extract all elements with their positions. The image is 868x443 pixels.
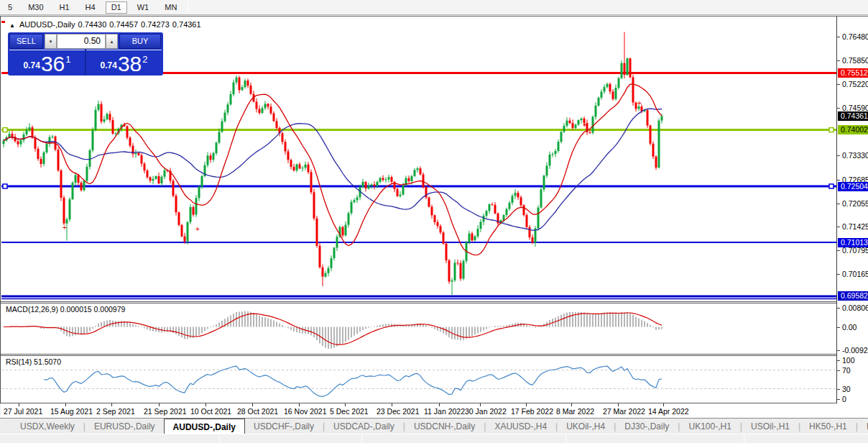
macd-histogram-bar (313, 327, 315, 338)
macd-histogram-bar (661, 327, 662, 329)
sell-button[interactable]: SELL (9, 34, 43, 49)
tab-xauusd-h4[interactable]: XAUUSD-,H4 (486, 419, 555, 434)
tab-eu[interactable]: EU (858, 419, 868, 434)
timeframe-button-w1[interactable]: W1 (131, 1, 155, 14)
tab-usdx-weekly[interactable]: USDX,Weekly (11, 419, 83, 434)
macd-histogram-bar (98, 324, 99, 327)
candle-body (37, 149, 40, 159)
candle-body (517, 193, 520, 197)
candle-body (20, 140, 22, 145)
lot-increase-button[interactable]: ▲ (106, 34, 118, 49)
candle-body (101, 104, 103, 122)
candle-body (661, 116, 663, 120)
candle-body (624, 63, 626, 75)
collapse-panel-icon[interactable]: ▲ (9, 22, 15, 29)
candle-body (606, 84, 609, 87)
candle-body (443, 232, 445, 244)
tab-hk50-h1[interactable]: HK50-,H1 (800, 419, 856, 434)
rsi-indicator-pane[interactable] (1, 356, 836, 403)
macd-histogram-bar (293, 327, 295, 332)
macd-histogram-bar (572, 312, 573, 327)
buy-button[interactable]: BUY (119, 34, 161, 49)
candle-body (106, 114, 108, 119)
candle-body (336, 237, 338, 247)
tab-uk100-h1[interactable]: UK100-,H1 (680, 419, 739, 434)
rsi-scale-label: 70 (842, 366, 851, 375)
tab-usdchf-daily[interactable]: USDCHF-,Daily (245, 419, 323, 434)
tab-audusd-daily[interactable]: AUDUSD-,Daily (164, 419, 245, 434)
macd-scale-label: 0.008061 (842, 303, 868, 312)
line-endpoint-marker[interactable] (829, 128, 834, 132)
macd-histogram-bar (290, 327, 292, 330)
candle-body (83, 181, 86, 190)
candle-body (480, 221, 482, 229)
candle-body (420, 168, 422, 174)
timeframe-button-mn[interactable]: MN (159, 1, 183, 14)
macd-histogram-bar (118, 321, 119, 326)
tab-usdcnh-daily[interactable]: USDCNH-,Daily (405, 419, 484, 434)
timeframe-button-h1[interactable]: H1 (54, 1, 75, 14)
price-badge: 0.72504 (838, 182, 868, 191)
timeframe-button-5[interactable]: 5 (2, 1, 18, 14)
tab-ukoil-h4[interactable]: UKOil-,H4 (558, 419, 614, 434)
line-endpoint-marker[interactable] (829, 184, 834, 188)
tab-usdcad-daily[interactable]: USDCAD-,Daily (325, 419, 403, 434)
tab-usoil-h1[interactable]: USOil-,H1 (742, 419, 798, 434)
candle-body (549, 155, 551, 166)
candle-body (236, 78, 238, 83)
rsi-label: RSI(14) 51.5070 (6, 357, 61, 366)
lot-decrease-button[interactable]: ▼ (45, 34, 57, 49)
macd-histogram-bar (443, 327, 444, 334)
candle-body (43, 152, 45, 164)
price-scale[interactable]: 0.764800.758500.752200.745900.733300.726… (836, 17, 868, 403)
tab-dj30-daily[interactable]: DJ30-,Daily (616, 419, 678, 434)
chart-title: ▲AUDUSD-,Daily0.744300.744570.742730.743… (9, 20, 204, 29)
macd-histogram-bar (187, 327, 188, 339)
timeframe-button-m30[interactable]: M30 (22, 1, 49, 14)
candle-body (377, 182, 379, 186)
macd-histogram-bar (615, 314, 617, 327)
macd-histogram-bar (92, 327, 93, 329)
date-tick (618, 403, 619, 406)
candle-body (282, 133, 284, 142)
macd-histogram-bar (101, 322, 102, 327)
date-tick (526, 403, 527, 406)
price-tick-label: 0.73330 (842, 151, 868, 160)
candle-body (460, 263, 462, 279)
line-endpoint-marker[interactable] (3, 128, 7, 132)
scale-tick (837, 180, 840, 181)
status-divider (219, 435, 220, 443)
candle-body (331, 258, 333, 268)
candle-body (285, 142, 287, 151)
candle-body (262, 108, 264, 113)
candle-body (239, 78, 241, 91)
timeframe-button-h4[interactable]: H4 (80, 1, 101, 14)
macd-histogram-bar (316, 327, 318, 341)
candle-body (241, 87, 244, 90)
macd-histogram-bar (417, 324, 418, 327)
candle-body (287, 152, 290, 160)
price-badge: 0.71013 (838, 238, 868, 247)
macd-histogram-bar (466, 327, 467, 339)
macd-histogram-bar (627, 312, 628, 326)
candle-body (267, 104, 269, 106)
line-endpoint-marker[interactable] (3, 184, 7, 188)
candle-body (374, 185, 376, 186)
lot-size-input[interactable]: 0.50 (57, 34, 106, 49)
timeframe-button-d1[interactable]: D1 (106, 1, 127, 14)
time-axis[interactable]: 27 Jul 202115 Aug 20212 Sep 202121 Sep 2… (1, 403, 868, 418)
candle-body (112, 120, 114, 134)
sell-price-display[interactable]: 0.74 36 1 (9, 50, 85, 75)
scale-tick (837, 327, 840, 328)
tab-eurusd-daily[interactable]: EURUSD-,Daily (86, 419, 164, 434)
candle-body (147, 170, 149, 177)
price-badge: 0.69582 (838, 291, 868, 301)
macd-indicator-pane[interactable] (1, 303, 836, 354)
buy-price-display[interactable]: 0.74 38 2 (86, 50, 162, 75)
rsi-scale-label: 0 (842, 395, 846, 403)
candle-body (437, 222, 439, 226)
macd-histogram-bar (141, 327, 142, 328)
macd-histogram-bar (319, 327, 320, 344)
date-tick (571, 403, 572, 406)
candle-body (198, 187, 200, 198)
